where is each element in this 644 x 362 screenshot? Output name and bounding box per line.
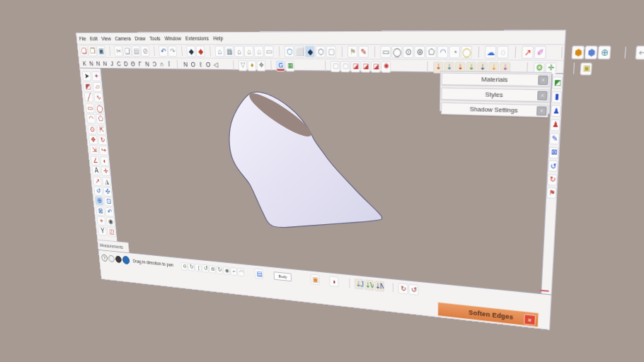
red-pencil-icon[interactable]: ✎ (358, 46, 369, 58)
style-dark-red-icon[interactable]: ◗ (329, 276, 338, 287)
geolocation-circle-icon[interactable] (108, 255, 115, 262)
zoom-icon[interactable]: ⊕ (95, 197, 104, 206)
open-icon[interactable]: ❐ (88, 45, 97, 56)
corner-mini-icon[interactable]: ⌐ (230, 267, 237, 275)
text-icon[interactable]: A (92, 166, 101, 176)
warehouse-viewer-background[interactable]: { "colors": { "background": "#a79a93", "… (0, 0, 644, 362)
soften-edges-close-icon[interactable]: ✕ (524, 314, 536, 325)
model-info-icon[interactable]: ◆ (186, 45, 195, 57)
share-model-icon[interactable]: ⌂ (244, 45, 254, 57)
globe-circle-icon[interactable] (122, 256, 130, 265)
sandbox-v-icon[interactable]: ⇣V (364, 279, 374, 291)
styles-panel[interactable]: Styles ✕ (441, 88, 549, 103)
bezier-tool-icon[interactable]: O (204, 59, 212, 70)
rotate-ccw-icon[interactable]: ↺ (408, 284, 418, 296)
circle-tool-icon[interactable]: ◯ (391, 46, 402, 59)
section-plane-icon[interactable]: ◫ (107, 227, 116, 237)
offset-icon[interactable]: ⊙ (88, 124, 97, 134)
pie-tool-icon[interactable]: ◔ (449, 46, 460, 59)
shield-gray-icon[interactable]: ▽ (238, 60, 247, 71)
texture-orange-icon[interactable]: ▣ (311, 274, 320, 286)
blue-pencil-icon[interactable]: ✎ (549, 133, 560, 145)
rectangle-icon[interactable]: ▭ (85, 103, 94, 113)
bezier-tool-icon[interactable]: N (182, 59, 190, 70)
menu-camera[interactable]: Camera (115, 36, 131, 42)
bezier-tool-icon[interactable]: Θ (129, 59, 136, 70)
menu-window[interactable]: Window (164, 36, 181, 42)
arc-icon[interactable]: ◠ (86, 114, 96, 124)
paint-bucket-icon[interactable]: ◩ (83, 82, 92, 92)
materials-panel[interactable]: Materials ✕ (442, 73, 551, 87)
shield-check-icon[interactable]: ❖ (256, 60, 265, 71)
zoom-extents-icon[interactable]: ⊠ (96, 206, 105, 216)
section-box2-icon[interactable]: ▢ (340, 61, 350, 72)
tape-magenta-icon[interactable]: ✐ (534, 46, 547, 59)
red-rotate-icon[interactable]: ↻ (547, 173, 558, 185)
push-pull-icon[interactable]: ⇱ (97, 125, 106, 135)
circle-icon[interactable]: ◯ (95, 103, 104, 113)
credits-circle-icon[interactable] (115, 255, 122, 263)
model-box-icon[interactable]: ▭ (264, 46, 274, 58)
menu-edit[interactable]: Edit (90, 36, 98, 42)
rotate-icon[interactable]: ↻ (98, 135, 107, 145)
bezier-tool-icon[interactable]: ◁ (212, 59, 219, 70)
component-pressed-icon[interactable]: ◆ (305, 46, 315, 58)
paste-icon[interactable]: ▤ (132, 45, 141, 57)
people-blue-icon[interactable]: ♟ (551, 105, 561, 117)
look-mini-icon[interactable]: ⊚ (209, 264, 216, 273)
menu-tools[interactable]: Tools (149, 36, 161, 42)
menu-extensions[interactable]: Extensions (185, 36, 209, 42)
redo-icon[interactable]: ↷ (168, 45, 177, 57)
style-flag-icon[interactable]: ⚑ (347, 46, 358, 58)
sketch-circle-icon[interactable]: ◌ (497, 46, 509, 59)
target-mini-icon[interactable]: ◉ (223, 266, 230, 274)
bezier-tool-icon[interactable]: N (94, 59, 101, 69)
pinwheel-icon[interactable]: ✺ (381, 61, 391, 72)
move-icon[interactable]: ✥ (88, 135, 98, 145)
cloud-icon[interactable]: ☁ (485, 46, 497, 59)
materials-close-icon[interactable]: ✕ (538, 76, 548, 86)
red-flag-icon[interactable]: ⚑ (546, 187, 557, 199)
eraser-icon[interactable]: ▱ (93, 82, 102, 92)
oval-tool-icon[interactable]: ⊜ (414, 46, 425, 59)
yellow-circle-icon[interactable]: ◯ (461, 46, 472, 59)
select-icon[interactable]: ➤ (82, 71, 91, 81)
ellipse-tool-icon[interactable]: ⊙ (403, 46, 413, 59)
protractor-icon[interactable]: ◐ (100, 156, 109, 166)
green-grid-icon[interactable]: ▦ (285, 60, 294, 71)
menu-help[interactable]: Help (213, 36, 224, 42)
orbit-icon[interactable]: ↺ (93, 186, 103, 196)
look-around-icon[interactable]: ◉ (106, 217, 115, 227)
entity-info-icon[interactable]: ◆ (195, 45, 205, 57)
section-red1-icon[interactable]: ◪ (350, 61, 360, 72)
image-tool-icon[interactable]: ▣ (580, 62, 592, 75)
previous-view-icon[interactable]: ↶ (105, 207, 114, 217)
component-gray-icon[interactable]: ⬜ (294, 46, 304, 58)
extension-house-icon[interactable]: ⌂ (234, 45, 244, 57)
freehand-icon[interactable]: ∿ (93, 93, 103, 103)
cut-icon[interactable]: ✂ (114, 45, 123, 57)
menu-file[interactable]: File (79, 36, 86, 42)
warehouse-icon[interactable]: ▦ (224, 45, 234, 57)
new-icon[interactable]: ❏ (79, 45, 88, 56)
styles-close-icon[interactable]: ✕ (537, 91, 548, 101)
arc-mini-icon[interactable]: ◠ (238, 268, 245, 276)
bezier-tool-icon[interactable]: J (108, 59, 115, 69)
bezier-tool-icon[interactable]: N (88, 59, 95, 69)
shoe-3d-model[interactable] (225, 88, 384, 233)
tape-measure-icon[interactable]: ∠ (91, 156, 100, 165)
pan-mini-icon[interactable]: ↻ (188, 262, 195, 271)
polygon-icon[interactable]: ⬠ (96, 115, 105, 124)
section-red3-icon[interactable]: ◪ (371, 61, 381, 72)
menu-draw[interactable]: Draw (134, 36, 145, 42)
add-location-icon[interactable]: ⌂ (214, 45, 224, 57)
undo-icon[interactable]: ↶ (159, 45, 168, 57)
component-outline-icon[interactable]: ▢ (326, 46, 336, 58)
dimension-red-icon[interactable]: ↗ (522, 46, 534, 59)
shadow-settings-close-icon[interactable]: ✕ (536, 106, 547, 116)
turn-mini-icon[interactable]: ↻ (216, 265, 223, 274)
line-icon[interactable]: ╱ (84, 93, 93, 103)
component-steel-icon[interactable]: ⬡ (316, 46, 326, 58)
orbit-mini-icon[interactable]: ⊝ (181, 262, 188, 270)
orbit-blue-icon[interactable]: ⬢ (585, 46, 598, 59)
